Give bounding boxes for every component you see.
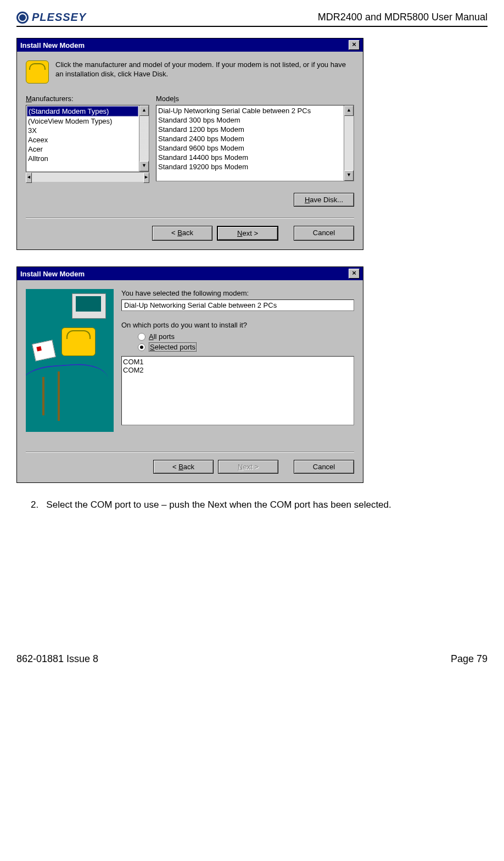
instruction-text: Click the manufacturer and model of your… [55, 60, 354, 84]
step-text: Select the COM port to use – push the Ne… [46, 499, 391, 510]
scroll-left-icon[interactable]: ◄ [26, 173, 32, 183]
horizontal-scrollbar[interactable]: ◄ ► [26, 172, 149, 182]
radio-icon [138, 333, 145, 341]
list-item[interactable]: COM2 [123, 366, 352, 374]
next-button[interactable]: Next > [217, 226, 278, 241]
step-number: 2. [31, 499, 38, 510]
manufacturers-label: Manufacturers: [26, 95, 149, 103]
plessey-logo: PLESSEY [16, 11, 86, 24]
list-item[interactable]: Alltron [27, 154, 138, 163]
footer-right: Page 79 [451, 653, 488, 665]
list-item[interactable]: (VoiceView Modem Types) [27, 116, 138, 126]
list-item[interactable]: Standard 9600 bps Modem [157, 143, 343, 153]
ports-question: On which ports do you want to install it… [121, 321, 354, 329]
models-listbox[interactable]: Dial-Up Networking Serial Cable between … [156, 105, 354, 181]
manufacturers-listbox[interactable]: (Standard Modem Types) (VoiceView Modem … [26, 105, 149, 172]
list-item[interactable]: Standard 1200 bps Modem [157, 125, 343, 134]
vertical-scrollbar[interactable]: ▲ ▼ [344, 105, 354, 181]
radio-label: All ports [149, 332, 175, 341]
dialog-title: Install New Modem [20, 270, 85, 278]
selected-modem-label: You have selected the following modem: [121, 289, 354, 297]
scroll-up-icon[interactable]: ▲ [344, 105, 354, 116]
models-label: Models [156, 95, 354, 103]
back-button[interactable]: < Back [153, 460, 214, 474]
ports-listbox[interactable]: COM1 COM2 [121, 356, 354, 425]
scroll-down-icon[interactable]: ▼ [344, 170, 354, 181]
logo-text: PLESSEY [32, 11, 86, 24]
close-button[interactable]: × [349, 40, 360, 50]
titlebar: Install New Modem × [17, 267, 363, 280]
radio-icon [138, 343, 145, 351]
cancel-button[interactable]: Cancel [294, 226, 354, 241]
install-modem-dialog-1: Install New Modem × Click the manufactur… [16, 38, 363, 250]
wizard-artwork [26, 289, 114, 432]
install-modem-dialog-2: Install New Modem × You have selected th… [16, 266, 363, 483]
dialog-title: Install New Modem [20, 41, 85, 49]
list-item[interactable]: Standard 19200 bps Modem [157, 162, 343, 171]
list-item[interactable]: Standard 300 bps Modem [157, 115, 343, 125]
have-disk-button[interactable]: Have Disk... [294, 193, 354, 207]
instruction-step: 2. Select the COM port to use – push the… [31, 499, 488, 510]
list-item[interactable]: Dial-Up Networking Serial Cable between … [157, 106, 343, 115]
list-item[interactable]: Standard 2400 bps Modem [157, 134, 343, 143]
document-title: MDR2400 and MDR5800 User Manual [318, 12, 488, 23]
list-item[interactable]: Standard 14400 bps Modem [157, 153, 343, 162]
list-item[interactable]: (Standard Modem Types) [27, 106, 138, 116]
next-button: Next > [218, 460, 278, 474]
phone-icon [26, 60, 49, 84]
footer-left: 862-01881 Issue 8 [16, 653, 98, 665]
logo-icon [16, 12, 29, 24]
scroll-right-icon[interactable]: ► [143, 173, 149, 183]
selected-ports-radio[interactable]: Selected ports [138, 342, 354, 352]
list-item[interactable]: Acer [27, 145, 138, 154]
back-button[interactable]: < Back [152, 226, 212, 241]
close-button[interactable]: × [349, 269, 360, 279]
page-header: PLESSEY MDR2400 and MDR5800 User Manual [16, 11, 488, 27]
selected-modem-value: Dial-Up Networking Serial Cable between … [121, 299, 354, 311]
page-footer: 862-01881 Issue 8 Page 79 [16, 653, 488, 665]
scroll-up-icon[interactable]: ▲ [139, 105, 149, 116]
vertical-scrollbar[interactable]: ▲ ▼ [139, 105, 149, 171]
all-ports-radio[interactable]: All ports [138, 332, 354, 341]
list-item[interactable]: Aceex [27, 135, 138, 145]
scroll-down-icon[interactable]: ▼ [139, 161, 149, 171]
titlebar: Install New Modem × [17, 38, 363, 52]
list-item[interactable]: 3X [27, 126, 138, 135]
list-item[interactable]: COM1 [123, 358, 352, 366]
cancel-button[interactable]: Cancel [294, 460, 354, 474]
radio-label: Selected ports [149, 342, 197, 352]
